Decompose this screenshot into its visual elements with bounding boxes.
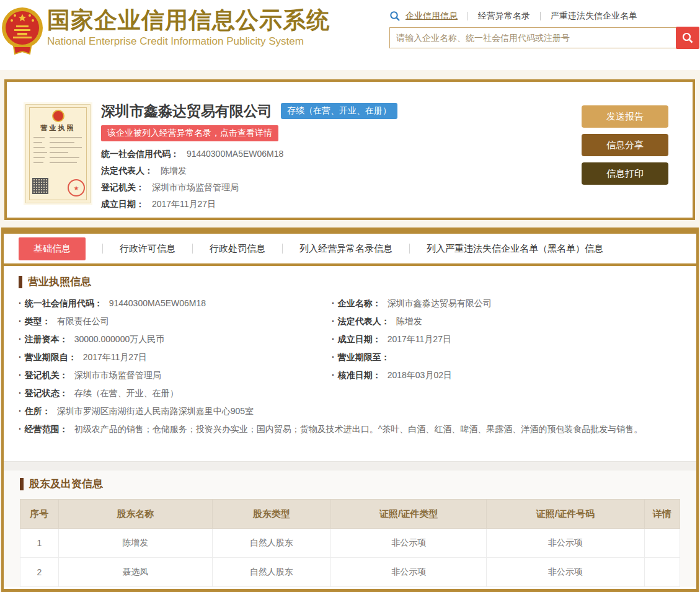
cell-detail: [644, 558, 680, 587]
tab-basic-info[interactable]: 基础信息: [19, 237, 86, 260]
status-badge: 存续（在营、开业、在册）: [281, 103, 397, 119]
cell-cert-type: 非公示项: [331, 558, 487, 587]
license-text-line: [33, 147, 45, 148]
divider: [409, 244, 410, 254]
card-field-establish-date: 成立日期： 2017年11月27日: [101, 198, 560, 210]
tab-abnormal-list[interactable]: 列入经营异常名录信息: [299, 243, 392, 255]
column-header-name: 股东名称: [58, 500, 212, 529]
column-header-cert-number: 证照/证件号码: [487, 500, 644, 529]
field-label: 核准日期：: [332, 369, 381, 381]
shareholder-table: 序号 股东名称 股东类型 证照/证件类型 证照/证件号码 详情 1 陈增发 自然…: [20, 499, 680, 587]
cell-shareholder-type: 自然人股东: [212, 558, 331, 587]
info-row: 登记状态：存续（在营、开业、在册）: [19, 387, 681, 399]
field-value: 初级农产品的销售；仓储服务；投资兴办实业；国内贸易；货物及技术进出口。^茶叶、白…: [74, 423, 643, 435]
info-row: 注册资本：30000.000000万人民币 成立日期：2017年11月27日: [19, 333, 681, 345]
table-row: 1 陈增发 自然人股东 非公示项 非公示项: [20, 529, 680, 558]
print-info-button[interactable]: 信息打印: [582, 162, 668, 185]
nav-link-enterprise-credit[interactable]: 企业信用信息: [405, 11, 458, 22]
divider: [102, 244, 103, 254]
info-row: 登记机关：深圳市市场监督管理局 核准日期：2018年03月02日: [19, 369, 681, 381]
cell-detail: [644, 529, 680, 558]
divider: [192, 244, 193, 254]
divider: [540, 12, 541, 20]
business-license-thumbnail: 营业执照 ★: [25, 104, 91, 203]
brand-block: 国家企业信用信息公示系统 National Enterprise Credit …: [47, 7, 330, 48]
tab-bar: 基础信息 行政许可信息 行政处罚信息 列入经营异常名录信息 列入严重违法失信企业…: [4, 234, 696, 266]
field-label: 类型：: [19, 315, 51, 327]
card-field-legal-rep: 法定代表人： 陈增发: [101, 164, 560, 177]
field-value: 深圳市市场监督管理局: [152, 182, 239, 192]
column-header-cert-type: 证照/证件类型: [331, 500, 487, 529]
table-row: 2 聂选凤 自然人股东 非公示项 非公示项: [20, 558, 680, 587]
section-title-shareholders: 股东及出资信息: [20, 478, 680, 490]
field-label: 登记机关：: [101, 182, 144, 192]
field-label: 企业名称：: [332, 297, 381, 309]
license-text-line: [50, 137, 82, 138]
license-text-line: [50, 147, 82, 148]
detail-container: 基础信息 行政许可信息 行政处罚信息 列入经营异常名录信息 列入严重违法失信企业…: [1, 228, 699, 592]
nav-link-abnormal-list[interactable]: 经营异常名录: [478, 11, 530, 22]
field-value: 存续（在营、开业、在册）: [74, 387, 179, 399]
field-label: 法定代表人：: [332, 315, 390, 327]
tab-blacklist[interactable]: 列入严重违法失信企业名单（黑名单）信息: [427, 243, 603, 255]
field-label: 法定代表人：: [101, 166, 153, 175]
field-value: 2017年11月27日: [83, 351, 147, 363]
cell-shareholder-name: 聂选凤: [58, 558, 212, 587]
info-row-business-scope: 经营范围：初级农产品的销售；仓储服务；投资兴办实业；国内贸易；货物及技术进出口。…: [19, 423, 681, 435]
divider: [467, 12, 468, 20]
license-emblem-icon: [52, 110, 64, 122]
license-qr-code: [32, 178, 48, 194]
search-input[interactable]: [389, 27, 676, 48]
field-label: 登记机关：: [19, 369, 68, 381]
field-label: 统一社会信用代码：: [19, 297, 103, 309]
company-main-info: 深圳市鑫淼达贸易有限公司 存续（在营、开业、在册） 该企业被列入经营异常名录，点…: [101, 102, 560, 214]
section-separator: [4, 461, 696, 471]
shareholder-section: 股东及出资信息 序号 股东名称 股东类型 证照/证件类型 证照/证件号码 详情 …: [4, 471, 696, 587]
field-value: 30000.000000万人民币: [74, 333, 165, 345]
field-value: 2018年03月02日: [388, 369, 452, 381]
cell-cert-number: 非公示项: [487, 558, 644, 587]
share-info-button[interactable]: 信息分享: [582, 134, 668, 156]
header-right: 企业信用信息 经营异常名录 严重违法失信企业名单: [389, 9, 699, 50]
tab-admin-penalty[interactable]: 行政处罚信息: [210, 243, 265, 255]
company-name: 深圳市鑫淼达贸易有限公司: [101, 102, 272, 120]
column-header-type: 股东类型: [212, 500, 331, 529]
table-header-row: 序号 股东名称 股东类型 证照/证件类型 证照/证件号码 详情: [20, 500, 680, 529]
info-row-address: 住所：深圳市罗湖区南湖街道人民南路深圳嘉里中心905室: [19, 405, 681, 417]
license-text-line: [33, 152, 47, 153]
field-value: 深圳市鑫淼达贸易有限公司: [388, 297, 492, 309]
company-summary-card: 营业执照 ★ 深圳市鑫淼达贸易有限公司 存续（在营、开业、在册） 该企业被列入经…: [4, 79, 695, 220]
column-header-detail: 详情: [644, 500, 680, 529]
field-value: 深圳市市场监督管理局: [74, 369, 161, 381]
field-value: 2017年11月27日: [152, 199, 216, 209]
search-icon: [681, 32, 694, 44]
site-header: 国家企业信用信息公示系统 National Enterprise Credit …: [0, 0, 700, 70]
info-row: 统一社会信用代码：91440300MA5EW06M18 企业名称：深圳市鑫淼达贸…: [19, 297, 681, 309]
tab-admin-license[interactable]: 行政许可信息: [120, 243, 175, 255]
license-text-line: [33, 137, 45, 138]
column-header-index: 序号: [20, 500, 59, 529]
nav-link-illegal-list[interactable]: 严重违法失信企业名单: [551, 11, 637, 22]
search-icon: [389, 11, 401, 22]
send-report-button[interactable]: 发送报告: [582, 105, 668, 128]
field-value: 2017年11月27日: [388, 333, 451, 345]
action-buttons: 发送报告 信息分享 信息打印: [582, 105, 668, 191]
abnormal-warning-banner[interactable]: 该企业被列入经营异常名录，点击查看详情: [101, 125, 278, 141]
top-nav: 企业信用信息 经营异常名录 严重违法失信企业名单: [389, 9, 699, 24]
cell-shareholder-name: 陈增发: [58, 529, 212, 558]
search-button[interactable]: [676, 27, 699, 49]
site-subtitle: National Enterprise Credit Information P…: [47, 35, 330, 48]
field-value: 91440300MA5EW06M18: [109, 297, 206, 309]
field-label: 成立日期：: [101, 199, 144, 209]
license-red-seal: ★: [68, 179, 85, 197]
site-title: 国家企业信用信息公示系统: [47, 7, 330, 33]
field-label: 经营范围：: [19, 423, 68, 435]
national-emblem-logo: [1, 4, 43, 58]
field-label: 统一社会信用代码：: [101, 149, 179, 159]
field-label: 成立日期：: [332, 333, 381, 345]
field-label: 登记状态：: [19, 387, 68, 399]
divider: [282, 244, 283, 254]
license-title: 营业执照: [26, 123, 90, 133]
cell-cert-number: 非公示项: [487, 529, 644, 558]
field-label: 住所：: [19, 405, 51, 417]
